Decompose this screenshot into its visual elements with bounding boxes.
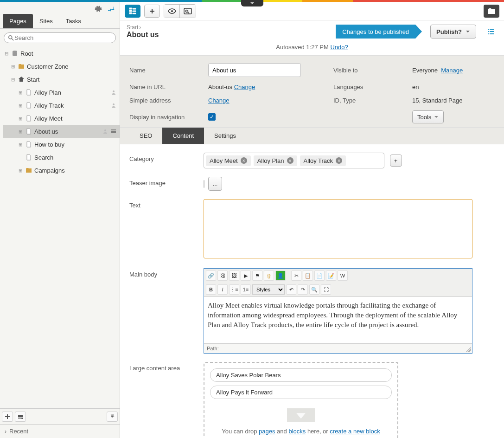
tab-sites[interactable]: Sites	[33, 14, 59, 28]
teaser-input[interactable]	[204, 180, 204, 188]
simple-change-link[interactable]: Change	[208, 97, 230, 104]
tree-toggle-button[interactable]	[125, 5, 140, 18]
rte-pasteword-icon[interactable]: W	[338, 271, 348, 281]
rte-code-icon[interactable]: {}	[264, 271, 274, 281]
tab-tasks[interactable]: Tasks	[59, 14, 88, 28]
menu-button[interactable]	[15, 412, 26, 422]
expand-icon[interactable]: ⊞	[18, 116, 23, 121]
expand-icon[interactable]: ⊞	[18, 168, 23, 173]
rte-cut-icon[interactable]: ✂	[291, 271, 301, 281]
tab-pages[interactable]: Pages	[3, 14, 33, 28]
content-area-item[interactable]: Alloy Pays it Forward	[210, 386, 392, 399]
content-area-dropzone[interactable]: Alloy Saves Polar BearsAlloy Pays it For…	[204, 362, 398, 438]
user-icon	[109, 90, 118, 95]
add-button[interactable]	[144, 5, 160, 18]
preview-button[interactable]	[164, 5, 180, 18]
rte-content[interactable]: Alloy Meet enables virtual knowledge por…	[204, 297, 472, 343]
tree-node-customer-zone[interactable]: ⊞Customer Zone	[3, 60, 120, 73]
tree-node-about-us[interactable]: ⊞About us	[3, 125, 120, 138]
expand-icon[interactable]: ⊞	[18, 142, 23, 147]
svg-point-0	[9, 35, 12, 39]
rte-image-icon[interactable]: 🖼	[229, 271, 239, 281]
rte-media-icon[interactable]: ▶	[241, 271, 251, 281]
expand-icon[interactable]: ⊞	[18, 90, 23, 95]
category-tagbox[interactable]: Alloy Meet×Alloy Plan×Alloy Track×	[204, 153, 384, 168]
options-list-icon[interactable]	[485, 25, 498, 38]
rte-dynamic-icon[interactable]: ⚑	[252, 271, 262, 281]
rte-ul-icon[interactable]: ⋮≡	[229, 284, 239, 295]
tab-settings[interactable]: Settings	[204, 128, 246, 144]
tree-node-how-to-buy[interactable]: ⊞How to buy	[3, 138, 120, 151]
tree-node-search[interactable]: Search	[3, 151, 120, 164]
tab-seo[interactable]: SEO	[129, 128, 162, 144]
remove-tag-icon[interactable]: ×	[241, 157, 247, 164]
rte-fullscreen-icon[interactable]: ⛶	[321, 284, 331, 295]
rte-personalize-icon[interactable]: 👤	[275, 271, 286, 281]
url-label: Name in URL	[129, 84, 204, 90]
remove-tag-icon[interactable]: ×	[287, 157, 293, 164]
folder-icon	[18, 63, 25, 70]
settings-icon[interactable]	[93, 4, 104, 14]
tree-node-alloy-plan[interactable]: ⊞Alloy Plan	[3, 86, 120, 99]
display-nav-checkbox[interactable]: ✓	[208, 113, 216, 121]
search-input[interactable]	[4, 32, 116, 43]
content-tabs: SEO Content Settings	[120, 128, 504, 144]
expand-icon[interactable]: ⊞	[10, 64, 16, 69]
add-category-button[interactable]: +	[390, 155, 402, 167]
drop-pages-link[interactable]: pages	[259, 428, 275, 435]
sidebar: Pages Sites Tasks ⊟Root⊞Customer Zone⊟St…	[0, 0, 120, 438]
display-nav-label: Display in navigation	[129, 114, 204, 121]
expand-icon[interactable]: ⊞	[18, 129, 23, 134]
url-change-link[interactable]: Change	[234, 84, 255, 90]
svg-line-1	[12, 38, 13, 40]
rte-bold-icon[interactable]: B	[206, 284, 216, 295]
tree-node-alloy-meet[interactable]: ⊞Alloy Meet	[3, 112, 120, 125]
rte-copy-icon[interactable]: 📋	[303, 271, 313, 281]
add-page-button[interactable]	[2, 412, 13, 422]
view-mode-button[interactable]	[180, 5, 196, 18]
rte-italic-icon[interactable]: I	[217, 284, 228, 295]
rte-unlink-icon[interactable]: ⛓	[217, 271, 228, 281]
menu-icon[interactable]	[109, 129, 118, 134]
rte-redo-icon[interactable]: ↷	[298, 284, 308, 295]
expand-icon[interactable]: ⊟	[4, 51, 9, 56]
expand-icon[interactable]: ⊟	[10, 77, 16, 82]
rte-undo-icon[interactable]: ↶	[286, 284, 296, 295]
teaser-browse-button[interactable]: ...	[208, 177, 222, 191]
undo-link[interactable]: Undo?	[330, 44, 348, 51]
breadcrumb[interactable]: Start›	[127, 24, 331, 31]
tag-label: Alloy Meet	[210, 157, 238, 164]
page-tree: ⊟Root⊞Customer Zone⊟Start⊞Alloy Plan⊞All…	[0, 47, 120, 408]
rte-pastetext-icon[interactable]: 📝	[326, 271, 336, 281]
drop-blocks-link[interactable]: blocks	[288, 428, 306, 435]
name-input[interactable]	[208, 63, 301, 77]
create-block-link[interactable]: create a new block	[330, 428, 380, 435]
rte-search-icon[interactable]: 🔍	[309, 284, 319, 295]
recent-panel-toggle[interactable]: › Recent	[0, 424, 120, 438]
rte-resize-handle[interactable]	[466, 347, 471, 352]
pin-icon[interactable]	[106, 4, 117, 14]
drop-hint: You can drop pages and blocks here, or c…	[210, 403, 392, 438]
tree-node-campaigns[interactable]: ⊞Campaigns	[3, 164, 120, 177]
rte-paste-icon[interactable]: 📄	[314, 271, 325, 281]
rte-link-icon[interactable]: 🔗	[206, 271, 216, 281]
remove-tag-icon[interactable]: ×	[336, 157, 342, 164]
assets-toggle-button[interactable]	[484, 5, 499, 18]
settings-bottom-icon[interactable]	[107, 412, 118, 422]
tab-content[interactable]: Content	[162, 128, 204, 144]
tree-node-root[interactable]: ⊟Root	[3, 47, 120, 60]
rte-styles-select[interactable]: Styles	[252, 284, 285, 295]
main-panel: Start› About us Changes to be published …	[120, 0, 504, 438]
svg-point-3	[113, 90, 115, 92]
publish-button[interactable]: Publish?	[430, 25, 476, 39]
expand-icon[interactable]: ⊞	[18, 103, 23, 108]
tools-dropdown[interactable]: Tools	[412, 110, 444, 123]
status-indicator[interactable]: Changes to be published	[336, 25, 415, 39]
lca-label: Large content area	[129, 362, 204, 438]
tree-node-alloy-track[interactable]: ⊞Alloy Track	[3, 99, 120, 112]
content-area-item[interactable]: Alloy Saves Polar Bears	[210, 368, 392, 382]
tree-node-start[interactable]: ⊟Start	[3, 73, 120, 86]
rte-ol-icon[interactable]: 1≡	[241, 284, 251, 295]
manage-link[interactable]: Manage	[441, 67, 463, 74]
text-textarea[interactable]	[204, 199, 472, 258]
